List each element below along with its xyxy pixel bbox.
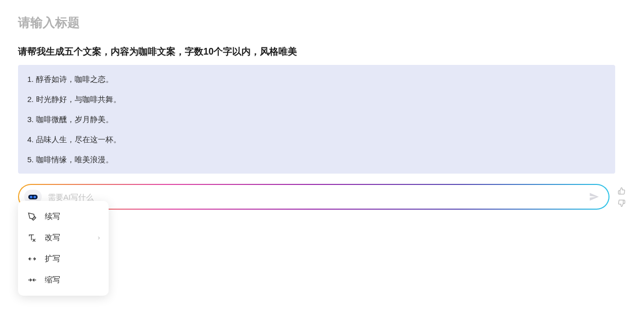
thumbs-down-button[interactable]: [617, 198, 626, 208]
response-item: 5. 咖啡情缘，唯美浪漫。: [27, 152, 606, 166]
menu-item-label: 扩写: [45, 254, 60, 264]
menu-item-expand[interactable]: 扩写: [18, 248, 109, 269]
document-title-placeholder[interactable]: 请输入标题: [18, 14, 615, 31]
menu-item-label: 续写: [45, 212, 60, 222]
menu-item-label: 缩写: [45, 275, 60, 285]
chevron-right-icon: [96, 233, 101, 243]
ai-action-menu: 续写 改写 扩写: [18, 201, 109, 296]
user-prompt: 请帮我生成五个文案，内容为咖啡文案，字数10个字以内，风格唯美: [18, 45, 615, 58]
thumbs-up-icon: [618, 187, 625, 195]
ai-response-box: 1. 醇香如诗，咖啡之恋。 2. 时光静好，与咖啡共舞。 3. 咖啡微醺，岁月静…: [18, 65, 615, 174]
thumbs-down-icon: [618, 199, 625, 207]
continue-write-icon: [27, 212, 37, 222]
response-item: 3. 咖啡微醺，岁月静美。: [27, 112, 606, 126]
ai-prompt-input[interactable]: [48, 193, 582, 201]
response-item: 2. 时光静好，与咖啡共舞。: [27, 92, 606, 106]
response-item: 1. 醇香如诗，咖啡之恋。: [27, 72, 606, 86]
menu-item-rewrite[interactable]: 改写: [18, 227, 109, 248]
rewrite-icon: [27, 233, 37, 243]
expand-icon: [27, 254, 37, 264]
menu-item-shrink[interactable]: 缩写: [18, 269, 109, 291]
thumbs-up-button[interactable]: [617, 186, 626, 195]
send-button[interactable]: [588, 191, 600, 203]
response-item: 4. 品味人生，尽在这一杯。: [27, 132, 606, 146]
shrink-icon: [27, 276, 37, 285]
menu-item-continue[interactable]: 续写: [18, 206, 109, 227]
send-icon: [589, 192, 599, 202]
menu-item-label: 改写: [45, 233, 60, 243]
